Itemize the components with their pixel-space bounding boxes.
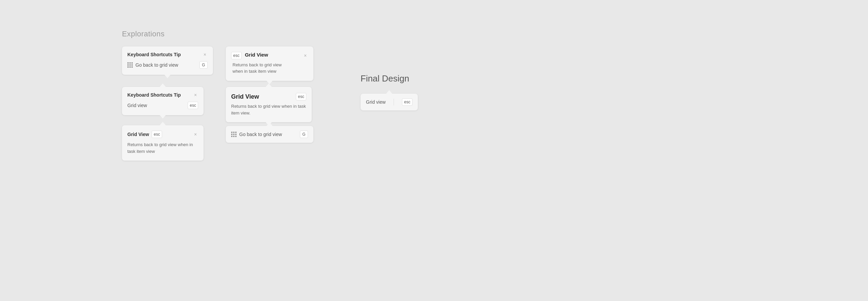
page-title: Explorations bbox=[122, 30, 164, 38]
card-final: Grid view esc bbox=[361, 94, 418, 110]
grid-icon-6 bbox=[231, 132, 237, 137]
card-title-4: Grid View bbox=[231, 93, 259, 100]
card-header-3: Keyboard Shortcuts Tip × bbox=[127, 92, 198, 98]
card-grid-view-4: Grid View esc Returns back to grid view … bbox=[226, 87, 312, 122]
card-description-4: Returns back to grid view when in task i… bbox=[231, 103, 306, 116]
grid-icon-1 bbox=[127, 62, 133, 68]
close-button-5[interactable]: × bbox=[193, 132, 198, 137]
key-badge-esc-5: esc bbox=[152, 131, 162, 138]
card-keyboard-shortcuts-3: Keyboard Shortcuts Tip × Grid view esc bbox=[122, 87, 204, 115]
card-header-inner-2: esc Grid View bbox=[231, 52, 268, 59]
card-title-1: Keyboard Shortcuts Tip bbox=[127, 52, 181, 57]
card-header-2: esc Grid View × bbox=[231, 52, 308, 59]
card-row-1: Go back to grid view G bbox=[127, 61, 208, 69]
key-badge-g-6: G bbox=[300, 131, 308, 138]
card-row-text-6: Go back to grid view bbox=[239, 132, 297, 137]
card-title-3: Keyboard Shortcuts Tip bbox=[127, 92, 181, 98]
card-row-3: Grid view esc bbox=[127, 102, 198, 109]
card-keyboard-shortcuts-1: Keyboard Shortcuts Tip × Go back to grid… bbox=[122, 46, 213, 75]
card-row-text-1: Go back to grid view bbox=[135, 62, 197, 68]
final-card-label: Grid view bbox=[366, 99, 385, 105]
card-title-5: Grid View bbox=[127, 132, 149, 137]
final-design-title: Final Design bbox=[361, 73, 409, 84]
divider-final bbox=[394, 99, 394, 105]
card-description-5: Returns back to grid view when in task i… bbox=[127, 141, 198, 155]
key-badge-g-1: G bbox=[199, 61, 208, 69]
card-row-6: Go back to grid view G bbox=[231, 131, 308, 138]
card-grid-view-5: Grid View esc × Returns back to grid vie… bbox=[122, 125, 204, 161]
key-badge-esc-final: esc bbox=[402, 98, 412, 106]
card-row-text-3: Grid view bbox=[127, 103, 185, 108]
card-header-5: Grid View esc × bbox=[127, 131, 198, 138]
card-grid-view-2: esc Grid View × Returns back to grid vie… bbox=[226, 46, 313, 81]
card-header-4: Grid View esc bbox=[231, 93, 306, 100]
close-button-3[interactable]: × bbox=[193, 92, 198, 98]
key-badge-esc-2: esc bbox=[231, 52, 242, 59]
card-title-row-5: Grid View esc bbox=[127, 131, 162, 138]
card-title-2: Grid View bbox=[245, 52, 268, 58]
key-badge-esc-4: esc bbox=[296, 93, 306, 100]
card-go-back-6: Go back to grid view G bbox=[226, 126, 313, 143]
close-button-2[interactable]: × bbox=[303, 53, 308, 58]
card-description-2: Returns back to grid view when in task i… bbox=[231, 62, 308, 75]
close-button-1[interactable]: × bbox=[202, 52, 208, 57]
key-badge-esc-3: esc bbox=[188, 102, 198, 109]
card-header-1: Keyboard Shortcuts Tip × bbox=[127, 52, 208, 57]
